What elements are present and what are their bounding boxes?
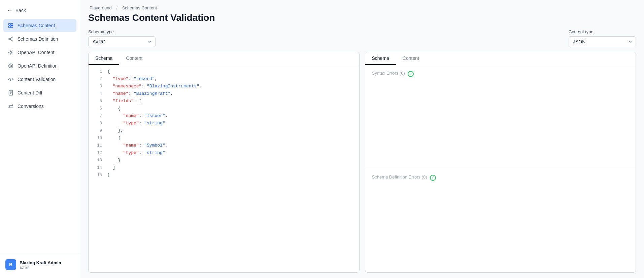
code-line-11: 11 "name": "Symbol", bbox=[89, 142, 359, 149]
selectors-row: Schema type AVRO JSON PROTOBUF Content t… bbox=[88, 29, 636, 47]
code-line-10: 10 { bbox=[89, 134, 359, 142]
sidebar-nav: Schemas Content Schemas Definition bbox=[0, 19, 80, 255]
code-line-3: 3 "namespace": "BlazingInstruments", bbox=[89, 83, 359, 90]
code-line-14: 14 ] bbox=[89, 164, 359, 171]
svg-rect-0 bbox=[9, 24, 10, 25]
svg-point-10 bbox=[9, 64, 13, 68]
sidebar-item-label: Schemas Definition bbox=[18, 36, 58, 42]
sidebar-item-schemas-content[interactable]: Schemas Content bbox=[3, 19, 76, 32]
sidebar-item-label: Schemas Content bbox=[18, 23, 55, 28]
code-line-1: 1 { bbox=[89, 68, 359, 75]
share-icon bbox=[7, 36, 14, 42]
right-tab-content[interactable]: Content bbox=[396, 52, 426, 65]
syntax-errors-panel: Syntax Errors (0) bbox=[365, 65, 636, 169]
settings-icon bbox=[7, 49, 14, 56]
left-panel-tabs: Schema Content bbox=[89, 52, 359, 65]
svg-line-16 bbox=[10, 78, 11, 81]
doc-icon bbox=[7, 89, 14, 96]
code-line-12: 12 "type": "string" bbox=[89, 149, 359, 157]
user-info: Blazing Kraft Admin admin bbox=[20, 260, 61, 269]
sidebar-item-content-validation[interactable]: Content Validation bbox=[3, 73, 76, 86]
sidebar: ← Back Schemas Content bbox=[0, 0, 80, 278]
page-title: Schemas Content Validation bbox=[88, 12, 636, 23]
breadcrumb-separator: / bbox=[116, 5, 117, 10]
svg-rect-3 bbox=[11, 26, 13, 28]
main-content: Playground / Schemas Content Schemas Con… bbox=[80, 0, 644, 278]
user-name: Blazing Kraft Admin bbox=[20, 260, 61, 265]
right-panel-tabs: Schema Content bbox=[365, 52, 636, 65]
back-button[interactable]: ← Back bbox=[0, 4, 80, 16]
user-role: admin bbox=[20, 265, 61, 269]
left-tab-schema[interactable]: Schema bbox=[89, 52, 119, 65]
grid-icon bbox=[7, 22, 14, 29]
schema-type-group: Schema type AVRO JSON PROTOBUF bbox=[88, 29, 156, 47]
left-tab-content[interactable]: Content bbox=[119, 52, 149, 65]
code-line-2: 2 "type": "record", bbox=[89, 75, 359, 83]
svg-point-4 bbox=[12, 37, 13, 38]
left-panel: Schema Content 1 { 2 "type": "record", 3… bbox=[88, 52, 360, 273]
schema-type-label: Schema type bbox=[88, 29, 156, 34]
content-type-group: Content type JSON AVRO STRING BYTES bbox=[569, 29, 636, 47]
back-arrow-icon: ← bbox=[7, 7, 13, 14]
code-line-13: 13 } bbox=[89, 157, 359, 164]
syntax-errors-check-icon bbox=[408, 71, 414, 77]
code-line-15: 15 } bbox=[89, 171, 359, 179]
code-icon bbox=[7, 76, 14, 83]
right-panel-content: Syntax Errors (0) Schema Definition Erro… bbox=[365, 65, 636, 272]
sidebar-item-label: OpenAPI Definition bbox=[18, 63, 58, 69]
right-tab-schema[interactable]: Schema bbox=[365, 52, 396, 65]
sidebar-item-openapi-content[interactable]: OpenAPI Content bbox=[3, 46, 76, 59]
svg-point-11 bbox=[10, 65, 11, 67]
svg-point-9 bbox=[10, 51, 11, 53]
back-label: Back bbox=[15, 8, 26, 13]
svg-point-5 bbox=[9, 38, 10, 40]
sidebar-item-label: Conversions bbox=[18, 104, 44, 109]
code-line-4: 4 "name": "BlazingKraft", bbox=[89, 90, 359, 97]
code-line-8: 8 "type": "string" bbox=[89, 120, 359, 127]
schema-definition-errors-panel: Schema Definition Errors (0) bbox=[365, 169, 636, 273]
breadcrumb-playground[interactable]: Playground bbox=[90, 5, 112, 10]
sidebar-footer: B Blazing Kraft Admin admin bbox=[0, 255, 80, 274]
code-line-5: 5 "fields": [ bbox=[89, 97, 359, 105]
breadcrumb-schemas-content: Schemas Content bbox=[122, 5, 157, 10]
sidebar-item-content-diff[interactable]: Content Diff bbox=[3, 86, 76, 99]
code-line-7: 7 "name": "Issuer", bbox=[89, 112, 359, 120]
svg-line-7 bbox=[10, 38, 11, 39]
breadcrumb: Playground / Schemas Content bbox=[88, 5, 636, 10]
schema-definition-errors-check-icon bbox=[430, 175, 436, 181]
svg-rect-2 bbox=[9, 26, 10, 28]
sidebar-item-label: Content Validation bbox=[18, 77, 56, 82]
syntax-errors-label: Syntax Errors (0) bbox=[372, 71, 405, 76]
code-editor[interactable]: 1 { 2 "type": "record", 3 "namespace": "… bbox=[89, 65, 359, 272]
arrows-icon bbox=[7, 103, 14, 110]
content-type-label: Content type bbox=[569, 29, 636, 34]
avatar: B bbox=[5, 259, 16, 270]
sidebar-item-schemas-definition[interactable]: Schemas Definition bbox=[3, 33, 76, 45]
sidebar-item-conversions[interactable]: Conversions bbox=[3, 100, 76, 113]
code-line-9: 9 }, bbox=[89, 127, 359, 134]
content-type-select[interactable]: JSON AVRO STRING BYTES bbox=[569, 36, 636, 47]
panels-row: Schema Content 1 { 2 "type": "record", 3… bbox=[88, 52, 636, 273]
schema-type-select[interactable]: AVRO JSON PROTOBUF bbox=[88, 36, 156, 47]
code-line-6: 6 { bbox=[89, 105, 359, 112]
svg-line-8 bbox=[10, 39, 11, 40]
target-icon bbox=[7, 63, 14, 69]
right-panel: Schema Content Syntax Errors (0) Schema … bbox=[365, 52, 636, 273]
schema-definition-errors-label: Schema Definition Errors (0) bbox=[372, 174, 427, 180]
svg-rect-1 bbox=[11, 24, 13, 25]
sidebar-item-openapi-definition[interactable]: OpenAPI Definition bbox=[3, 59, 76, 72]
sidebar-item-label: OpenAPI Content bbox=[18, 50, 55, 55]
svg-point-6 bbox=[12, 40, 13, 41]
sidebar-item-label: Content Diff bbox=[18, 90, 42, 95]
